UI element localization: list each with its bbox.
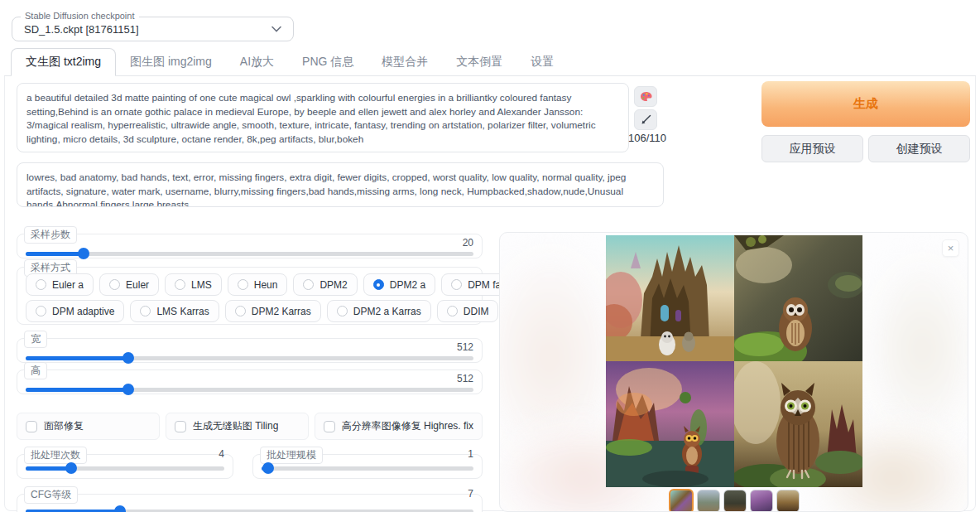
radio-icon [36,306,46,316]
radio-icon [238,279,248,290]
checkbox-label: 高分辨率图像修复 Highres. fix [342,419,473,433]
radio-icon [109,279,120,290]
sampler-option-lms-karras[interactable]: LMS Karras [130,300,219,322]
radio-icon [337,306,348,316]
close-icon[interactable]: × [942,239,959,257]
options-checkbox-row: 面部修复生成无缝贴图 Tiling高分辨率图像修复 Highres. fix [17,413,483,440]
gallery-thumbnails [500,490,968,512]
checkpoint-dropdown[interactable]: Stable Diffusion checkpoint SD_1.5.ckpt … [12,17,294,41]
sampler-option-dpm2-a[interactable]: DPM2 a [363,273,435,296]
sampling-steps-slider[interactable] [26,248,473,259]
sampler-option-label: DPM2 [319,279,347,291]
radio-icon [447,306,458,316]
negative-prompt-field-wrap: lowres, bad anatomy, bad hands, text, er… [17,162,664,207]
sampler-option-label: DPM2 a [390,279,425,291]
sampler-option-dpm2-karras[interactable]: DPM2 Karras [225,300,321,322]
prompt-field-wrap: a beautiful detailed 3d matte painting o… [17,83,629,152]
negative-prompt-input[interactable]: lowres, bad anatomy, bad hands, text, er… [17,162,664,207]
edit-brush-button[interactable] [634,109,657,130]
thumb-grid-montage[interactable] [669,489,694,512]
height-group: 高 512 [17,370,483,394]
tab-0[interactable]: 文生图 txt2img [11,48,116,76]
generated-image-purple-castle-owl[interactable] [606,361,734,487]
tab-4[interactable]: 模型合并 [368,49,442,75]
sampler-option-euler[interactable]: Euler [99,273,159,296]
tab-bar: 文生图 txt2img图生图 img2imgAI放大PNG 信息模型合并文本倒置… [4,50,976,76]
tab-3[interactable]: PNG 信息 [288,49,368,75]
checkbox-label: 面部修复 [44,419,84,433]
create-preset-button[interactable]: 创建预设 [868,135,970,162]
sampler-option-label: Euler [126,279,149,291]
height-label: 高 [24,362,47,379]
thumb-dark-owl[interactable] [723,490,747,512]
sampler-row-2: DPM adaptiveLMS KarrasDPM2 KarrasDPM2 a … [26,300,568,322]
radio-icon [451,279,462,290]
width-label: 宽 [24,331,47,348]
checkbox-icon[interactable] [324,421,335,432]
cfg-scale-slider[interactable] [26,505,473,512]
thumb-castle[interactable] [697,490,720,512]
batch-size-slider[interactable] [262,462,473,474]
radio-icon [140,306,151,316]
sampler-option-dpm-adaptive[interactable]: DPM adaptive [26,300,124,322]
sampling-steps-group: 采样步数 20 [17,234,483,258]
thumb-purple-castle[interactable] [750,490,773,512]
sampler-option-ddim[interactable]: DDIM [437,300,499,322]
width-value: 512 [457,341,473,353]
batch-count-label: 批处理次数 [24,447,87,464]
sampler-option-dpm2[interactable]: DPM2 [293,273,357,296]
checkbox-tile-0[interactable]: 面部修复 [17,413,160,440]
tab-5[interactable]: 文本倒置 [442,49,516,75]
generated-image-owl-castle[interactable] [606,235,734,361]
thumb-brown-owl[interactable] [776,490,800,512]
width-group: 宽 512 [17,338,483,363]
checkbox-tile-2[interactable]: 高分辨率图像修复 Highres. fix [315,413,483,440]
checkpoint-label: Stable Diffusion checkpoint [21,11,139,21]
sampler-option-euler-a[interactable]: Euler a [26,273,94,296]
tab-2[interactable]: AI放大 [226,49,288,75]
sampler-option-label: LMS [191,279,212,291]
style-palette-button[interactable] [634,86,657,107]
sampler-option-heun[interactable]: Heun [228,273,288,296]
sampling-steps-value: 20 [463,237,473,249]
sampling-method-group: 采样方式 Euler aEulerLMSHeunDPM2DPM2 aDPM fa… [17,267,483,325]
token-counter: 106/110 [622,132,672,144]
chevron-down-icon [271,26,281,32]
radio-icon [175,279,185,290]
batch-count-group: 批处理次数 4 [17,454,233,479]
checkbox-tile-1[interactable]: 生成无缝贴图 Tiling [166,413,309,440]
generated-image-grid [606,235,862,487]
sampler-row-1: Euler aEulerLMSHeunDPM2DPM2 aDPM fast [26,273,518,296]
radio-icon [36,279,46,290]
sampler-option-label: DPM adaptive [52,306,114,317]
generated-image-owl-closeup[interactable] [734,361,862,487]
height-slider[interactable] [26,384,473,395]
batch-size-value: 1 [468,448,473,460]
checkbox-icon[interactable] [26,421,37,432]
output-gallery-panel: × [499,232,968,512]
sampler-option-label: Euler a [52,279,84,291]
radio-icon [235,306,246,316]
batch-count-slider[interactable] [26,462,224,474]
cfg-scale-label: CFG等级 [24,486,78,504]
width-slider[interactable] [26,352,473,364]
batch-count-value: 4 [219,448,224,460]
apply-preset-button[interactable]: 应用预设 [761,135,863,162]
checkbox-icon[interactable] [175,421,186,432]
prompt-input[interactable]: a beautiful detailed 3d matte painting o… [17,83,629,152]
cfg-scale-group: CFG等级 7 [17,494,483,512]
sampler-option-label: DPM2 a Karras [353,306,421,317]
preset-buttons-row: 应用预设 创建预设 [761,135,970,162]
generated-image-owl-branch[interactable] [734,235,862,361]
tab-1[interactable]: 图生图 img2img [116,49,226,75]
sampler-option-lms[interactable]: LMS [165,273,222,296]
tab-6[interactable]: 设置 [516,49,568,75]
sampler-option-dpm2-a-karras[interactable]: DPM2 a Karras [327,300,431,322]
cfg-scale-value: 7 [468,488,473,500]
sampler-option-label: Heun [254,279,278,291]
generate-button[interactable]: 生成 [761,81,970,127]
checkpoint-value: SD_1.5.ckpt [81761151] [24,23,139,36]
sampler-option-label: DDIM [464,306,489,317]
sampler-option-label: LMS Karras [156,306,209,317]
sd-webui-page: Stable Diffusion checkpoint SD_1.5.ckpt … [0,0,980,512]
